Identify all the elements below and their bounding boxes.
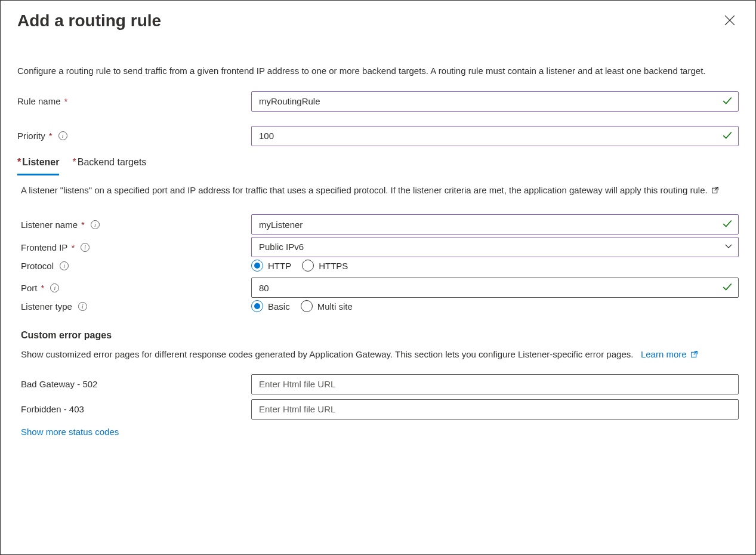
required-asterisk: * xyxy=(49,131,53,141)
listener-type-basic-radio[interactable]: Basic xyxy=(251,300,290,312)
protocol-https-radio[interactable]: HTTPS xyxy=(302,260,348,272)
priority-input[interactable] xyxy=(251,126,739,146)
info-icon[interactable]: i xyxy=(58,131,67,140)
rule-name-input[interactable] xyxy=(251,91,739,112)
required-asterisk: * xyxy=(72,157,76,167)
svg-line-5 xyxy=(693,352,697,355)
learn-more-link[interactable]: Learn more xyxy=(641,349,698,359)
show-more-status-codes-link[interactable]: Show more status codes xyxy=(21,427,119,437)
required-asterisk: * xyxy=(17,157,21,167)
bad-gateway-row: Bad Gateway - 502 xyxy=(17,374,739,394)
tab-backend-targets[interactable]: *Backend targets xyxy=(72,152,146,175)
frontend-ip-select[interactable]: Public IPv6 xyxy=(251,237,739,257)
port-label: Port * i xyxy=(17,283,251,293)
panel-title: Add a routing rule xyxy=(17,11,161,30)
radio-icon xyxy=(302,260,314,272)
protocol-http-radio[interactable]: HTTP xyxy=(251,260,291,272)
frontend-ip-label: Frontend IP * i xyxy=(17,242,251,252)
routing-rule-panel: Add a routing rule Configure a routing r… xyxy=(0,0,756,555)
info-icon[interactable]: i xyxy=(91,220,100,229)
info-icon[interactable]: i xyxy=(81,243,90,252)
external-link-icon xyxy=(690,349,698,362)
listener-type-radio-group: Basic Multi site xyxy=(251,300,739,312)
rule-name-row: Rule name * xyxy=(17,91,739,112)
bad-gateway-input[interactable] xyxy=(251,374,739,394)
info-icon[interactable]: i xyxy=(50,283,59,292)
port-row: Port * i xyxy=(17,278,739,298)
listener-name-row: Listener name * i xyxy=(17,214,739,235)
forbidden-row: Forbidden - 403 xyxy=(17,399,739,420)
tab-listener[interactable]: *Listener xyxy=(17,152,59,175)
panel-description: Configure a routing rule to send traffic… xyxy=(17,64,721,78)
priority-row: Priority * i xyxy=(17,126,739,146)
info-icon[interactable]: i xyxy=(78,302,87,311)
listener-type-multisite-radio[interactable]: Multi site xyxy=(301,300,353,312)
required-asterisk: * xyxy=(71,242,75,252)
info-icon[interactable]: i xyxy=(60,261,69,270)
priority-label: Priority * i xyxy=(17,131,251,141)
required-asterisk: * xyxy=(64,96,68,106)
close-button[interactable] xyxy=(721,11,739,31)
tabs: *Listener *Backend targets xyxy=(17,152,739,175)
listener-type-label: Listener type i xyxy=(17,301,251,312)
frontend-ip-row: Frontend IP * i Public IPv6 xyxy=(17,237,739,257)
listener-description: A listener "listens" on a specified port… xyxy=(21,184,725,198)
panel-header: Add a routing rule xyxy=(17,11,739,31)
forbidden-input[interactable] xyxy=(251,399,739,420)
protocol-label: Protocol i xyxy=(17,261,251,271)
port-input[interactable] xyxy=(251,278,739,298)
listener-name-label: Listener name * i xyxy=(17,220,251,230)
listener-type-row: Listener type i Basic Multi site xyxy=(17,300,739,312)
custom-error-description: Show customized error pages for differen… xyxy=(21,348,725,362)
radio-icon xyxy=(251,300,263,312)
custom-error-heading: Custom error pages xyxy=(21,330,739,341)
external-link-icon[interactable] xyxy=(711,184,719,198)
bad-gateway-label: Bad Gateway - 502 xyxy=(17,379,251,389)
protocol-radio-group: HTTP HTTPS xyxy=(251,260,739,272)
radio-icon xyxy=(251,260,263,272)
protocol-row: Protocol i HTTP HTTPS xyxy=(17,260,739,272)
listener-name-input[interactable] xyxy=(251,214,739,235)
forbidden-label: Forbidden - 403 xyxy=(17,404,251,414)
close-icon xyxy=(724,18,735,27)
svg-line-3 xyxy=(715,187,718,190)
required-asterisk: * xyxy=(81,220,85,230)
rule-name-label: Rule name * xyxy=(17,96,251,106)
radio-icon xyxy=(301,300,313,312)
required-asterisk: * xyxy=(41,283,45,293)
